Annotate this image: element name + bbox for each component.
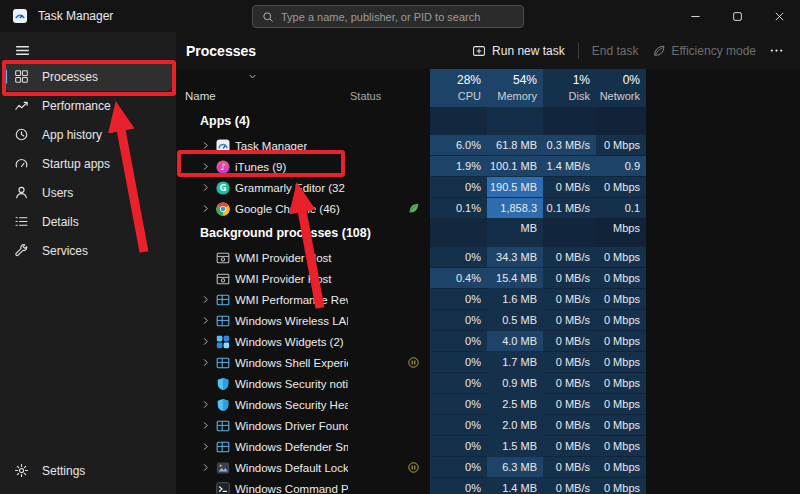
disk-value: 0 MB/s [543, 177, 596, 197]
column-header-disk[interactable]: 1%Disk [543, 69, 596, 107]
process-row[interactable]: Task Manager6.0%61.8 MB0.3 MB/s0 Mbps [176, 135, 646, 156]
status-cell [348, 331, 430, 352]
process-name-cell: Windows Default Lock Screen ... [176, 457, 348, 478]
status-header-label: Status [350, 90, 381, 102]
column-label: Network [600, 90, 640, 102]
process-name: Windows Shell Experience Hos... [235, 357, 348, 369]
network-value: 0 Mbps [596, 394, 646, 414]
chevron-right-icon[interactable] [200, 203, 211, 214]
process-row[interactable]: Windows Shell Experience Hos...0%1.7 MB0… [176, 352, 646, 373]
process-row[interactable]: WMI Provider Host0%34.3 MB0 MB/s0 Mbps [176, 247, 646, 268]
chevron-right-icon[interactable] [200, 294, 211, 305]
chevron-right-icon[interactable] [200, 140, 211, 151]
sidebar-item-startup-apps[interactable]: Startup apps [4, 149, 172, 178]
process-row[interactable]: Windows Command Processor0%1.4 MB0 MB/s0… [176, 478, 646, 494]
chevron-right-icon[interactable] [200, 161, 211, 172]
status-cell [348, 177, 430, 198]
chevron-right-icon[interactable] [200, 399, 211, 410]
taskmanager-logo-icon [12, 8, 28, 24]
task-manager-icon [216, 139, 230, 153]
minimize-button[interactable] [674, 0, 716, 32]
column-header-cpu[interactable]: 28%CPU [430, 69, 487, 107]
process-row[interactable]: Windows Wireless LAN 802.1...0%0.5 MB0 M… [176, 310, 646, 331]
process-row[interactable]: WMI Performance Reverse Ad...0%1.6 MB0 M… [176, 289, 646, 310]
process-name-cell: ♪iTunes (9) [176, 156, 348, 177]
main-panel: Processes Run new task End task Efficien… [176, 32, 800, 494]
chevron-spacer [200, 273, 211, 284]
network-value: 0 Mbps [596, 436, 646, 456]
column-label: CPU [458, 90, 481, 102]
process-row[interactable]: Google Chrome (46)0.1%1,858.3 MB0.1 MB/s… [176, 198, 646, 219]
sidebar-item-processes[interactable]: Processes [4, 62, 172, 91]
memory-value: 1,858.3 MB [487, 198, 543, 218]
process-name-cell: Windows Defender SmartScre... [176, 436, 348, 457]
process-row[interactable]: Windows Security Health Servi...0%2.5 MB… [176, 394, 646, 415]
chevron-spacer [200, 378, 211, 389]
menu-icon[interactable] [14, 42, 31, 59]
widgets-icon [216, 335, 230, 349]
cpu-value: 0% [430, 310, 487, 330]
process-row[interactable]: Windows Widgets (2)0%4.0 MB0 MB/s0 Mbps [176, 331, 646, 352]
windows-icon [216, 356, 230, 370]
sidebar-item-details[interactable]: Details [4, 207, 172, 236]
more-options-button[interactable] [769, 43, 784, 58]
process-name: Windows Driver Foundation - ... [235, 420, 348, 432]
process-row[interactable]: Windows Security notification ...0%0.9 M… [176, 373, 646, 394]
memory-value: 6.3 MB [487, 457, 543, 477]
process-row[interactable]: Windows Defender SmartScre...0%1.5 MB0 M… [176, 436, 646, 457]
column-header-memory[interactable]: 54%Memory [487, 69, 543, 107]
chevron-right-icon[interactable] [200, 336, 211, 347]
network-value: 0 Mbps [596, 310, 646, 330]
disk-value: 0 MB/s [543, 478, 596, 494]
close-button[interactable] [758, 0, 800, 32]
disk-value: 0 MB/s [543, 352, 596, 372]
column-usage-percent: 54% [513, 73, 537, 87]
process-row[interactable]: WMI Provider Host0.4%15.4 MB0 MB/s0 Mbps [176, 268, 646, 289]
sort-chevron-icon [246, 71, 259, 82]
windows-icon [216, 314, 230, 328]
process-row[interactable]: ♪iTunes (9)1.9%100.1 MB1.4 MB/s0.9 Mbps [176, 156, 646, 177]
process-row[interactable]: Windows Default Lock Screen ...0%6.3 MB0… [176, 457, 646, 478]
chevron-right-icon[interactable] [200, 441, 211, 452]
sidebar-item-performance[interactable]: Performance [4, 91, 172, 120]
page-title: Processes [186, 43, 256, 59]
cpu-value: 0.1% [430, 198, 487, 218]
sidebar-item-users[interactable]: Users [4, 178, 172, 207]
run-new-task-button[interactable]: Run new task [472, 44, 565, 58]
process-name: Windows Wireless LAN 802.1... [235, 315, 348, 327]
process-name: WMI Provider Host [235, 252, 332, 264]
efficiency-mode-button[interactable]: Efficiency mode [652, 44, 757, 58]
sidebar-item-services[interactable]: Services [4, 236, 172, 265]
chevron-right-icon[interactable] [200, 182, 211, 193]
memory-value: 190.5 MB [487, 177, 543, 197]
process-name: Windows Defender SmartScre... [235, 441, 348, 453]
chevron-right-icon[interactable] [200, 462, 211, 473]
process-row[interactable]: Windows Driver Foundation - ...0%2.0 MB0… [176, 415, 646, 436]
chevron-right-icon[interactable] [200, 315, 211, 326]
sidebar-item-settings[interactable]: Settings [4, 456, 172, 485]
process-name: Windows Default Lock Screen ... [235, 462, 348, 474]
maximize-button[interactable] [716, 0, 758, 32]
sidebar-item-app-history[interactable]: App history [4, 120, 172, 149]
cpu-value: 0% [430, 394, 487, 414]
column-header-network[interactable]: 0%Network [596, 69, 646, 107]
cpu-value: 6.0% [430, 135, 487, 155]
chevron-right-icon[interactable] [200, 420, 211, 431]
chevron-right-icon[interactable] [200, 357, 211, 368]
disk-value: 0 MB/s [543, 247, 596, 267]
status-cell [348, 135, 430, 156]
sidebar-nav: ProcessesPerformanceApp historyStartup a… [4, 62, 172, 265]
cpu-value: 0% [430, 352, 487, 372]
chrome-icon [216, 202, 230, 216]
network-value: 0 Mbps [596, 177, 646, 197]
column-header-name[interactable]: Name [176, 69, 348, 107]
memory-value: 1.7 MB [487, 352, 543, 372]
process-row[interactable]: GGrammarly Editor (32 bit) (5)0%190.5 MB… [176, 177, 646, 198]
more-icon [769, 43, 784, 58]
close-icon [774, 11, 785, 22]
end-task-button[interactable]: End task [592, 44, 639, 58]
column-header-status[interactable]: Status [348, 69, 430, 107]
status-cell [348, 310, 430, 331]
search-input[interactable] [281, 11, 514, 23]
cpu-value: 0% [430, 373, 487, 393]
